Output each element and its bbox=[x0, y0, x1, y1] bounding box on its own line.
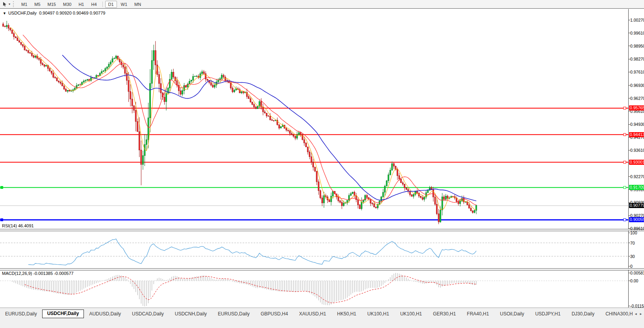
candle-body bbox=[105, 68, 106, 71]
candle-body bbox=[158, 74, 160, 83]
candle-body bbox=[44, 65, 45, 66]
chart-tabs: EURUSD,DailyUSDCHF,DailyAUDUSD,DailyUSDC… bbox=[0, 309, 633, 319]
timeframe-button-mn[interactable]: MN bbox=[131, 1, 144, 8]
candle-body bbox=[275, 120, 276, 120]
candle-body bbox=[278, 125, 280, 128]
level-line-handle[interactable] bbox=[0, 218, 3, 221]
candle-body bbox=[262, 107, 264, 112]
candle-body bbox=[194, 76, 195, 76]
candle-body bbox=[436, 204, 438, 214]
candle-body bbox=[135, 110, 136, 121]
timeframe-button-h1[interactable]: H1 bbox=[75, 1, 87, 8]
symbol-tab-uk100-h1[interactable]: UK100,H1 bbox=[395, 310, 427, 318]
tab-scroll-left-icon[interactable]: ◄ bbox=[634, 312, 637, 316]
candle-body bbox=[40, 59, 41, 63]
trading-app-window: ▾ M1M5M15M30H1H4D1W1MN ▼USDCHF,Daily 0.9… bbox=[0, 0, 644, 328]
candle-body bbox=[329, 200, 330, 202]
symbol-tab-china300-h1[interactable]: CHINA300,H1 bbox=[600, 310, 633, 318]
candle-body bbox=[164, 97, 165, 102]
symbol-tab-usoil-daily[interactable]: USOil,Daily bbox=[495, 310, 529, 318]
price-chart-pane[interactable] bbox=[0, 9, 644, 229]
level-line-handle[interactable] bbox=[624, 219, 626, 221]
candle-body bbox=[150, 83, 151, 118]
level-line-handle[interactable] bbox=[624, 107, 626, 109]
candle-body bbox=[413, 194, 414, 196]
price-tick-label: 0.94930 bbox=[630, 122, 644, 127]
candle-body bbox=[178, 85, 179, 91]
candle-body bbox=[225, 77, 226, 80]
tab-scroll-right-icon[interactable]: ► bbox=[639, 312, 642, 316]
candle-body bbox=[384, 186, 386, 192]
candle-body bbox=[313, 162, 314, 167]
symbol-tab-usdcad-daily[interactable]: USDCAD,Daily bbox=[127, 310, 169, 318]
candle-body bbox=[370, 199, 371, 203]
candle-body bbox=[214, 85, 215, 87]
symbol-tab-ger30-h1[interactable]: GER30,H1 bbox=[428, 310, 461, 318]
candle-body bbox=[10, 28, 11, 30]
timeframe-button-m5[interactable]: M5 bbox=[31, 1, 43, 8]
candle-body bbox=[115, 56, 117, 59]
candle-body bbox=[248, 97, 249, 99]
candle-body bbox=[69, 90, 70, 91]
symbol-tab-fra40-h1[interactable]: FRA40,H1 bbox=[462, 310, 494, 318]
candle-body bbox=[465, 202, 466, 202]
timeframe-button-m1[interactable]: M1 bbox=[18, 1, 30, 8]
candle-body bbox=[321, 198, 323, 203]
candle-body bbox=[203, 72, 204, 74]
symbol-tab-audusd-daily[interactable]: AUDUSD,Daily bbox=[84, 310, 126, 318]
cursor-dropdown-caret-icon[interactable]: ▾ bbox=[9, 2, 10, 6]
tab-scroll-arrows: ◄ ► bbox=[633, 309, 644, 319]
price-tick-label: 0.96930 bbox=[630, 83, 644, 88]
level-price-tag: 0.93001 bbox=[629, 160, 644, 165]
candle-body bbox=[470, 208, 471, 211]
symbol-tab-usdcnh-daily[interactable]: USDCNH,Daily bbox=[170, 310, 212, 318]
candle-body bbox=[46, 65, 47, 66]
candle-body bbox=[375, 207, 377, 208]
ma-mid-line bbox=[23, 35, 476, 205]
symbol-tab-hk50-h1[interactable]: HK50,H1 bbox=[332, 310, 362, 318]
symbol-tab-uk100-h1[interactable]: UK100,H1 bbox=[362, 310, 394, 318]
cursor-tool-icon[interactable] bbox=[1, 1, 8, 7]
symbol-tab-usdchf-daily[interactable]: USDCHF,Daily bbox=[42, 310, 84, 318]
candle-body bbox=[307, 147, 308, 152]
candle-body bbox=[130, 92, 131, 99]
candle-body bbox=[257, 106, 258, 109]
candle-body bbox=[453, 196, 454, 197]
timeframe-button-m30[interactable]: M30 bbox=[60, 1, 74, 8]
timeframe-button-h4[interactable]: H4 bbox=[88, 1, 100, 8]
candle-body bbox=[293, 135, 294, 136]
price-tick-label: 0.92270 bbox=[630, 174, 644, 179]
macd-indicator-pane[interactable] bbox=[0, 270, 644, 308]
symbol-tab-xauusd-h1[interactable]: XAUUSD,H1 bbox=[294, 310, 331, 318]
candle-body bbox=[144, 144, 145, 155]
timeframe-button-w1[interactable]: W1 bbox=[118, 1, 131, 8]
symbol-tab-dj30-daily[interactable]: DJ30,Daily bbox=[566, 310, 599, 318]
candle-body bbox=[82, 82, 83, 85]
toolbar-grip[interactable] bbox=[13, 1, 15, 7]
candle-body bbox=[411, 195, 412, 196]
chart-dropdown-icon[interactable]: ▼ bbox=[3, 11, 6, 15]
level-line-handle[interactable] bbox=[0, 186, 3, 189]
symbol-tab-gbpusd-h4[interactable]: GBPUSD,H4 bbox=[256, 310, 293, 318]
timeframe-button-m15[interactable]: M15 bbox=[45, 1, 59, 8]
symbol-tab-eurusd-daily[interactable]: EURUSD,Daily bbox=[0, 310, 42, 318]
symbol-tab-eurusd-daily[interactable]: EURUSD,Daily bbox=[213, 310, 255, 318]
level-line-handle[interactable] bbox=[624, 133, 626, 136]
candle-body bbox=[98, 76, 99, 76]
level-line-handle[interactable] bbox=[624, 186, 626, 189]
candle-body bbox=[180, 91, 181, 94]
price-tick-label: 0.99610 bbox=[630, 31, 644, 35]
timeframe-button-d1[interactable]: D1 bbox=[105, 1, 117, 8]
level-line-handle[interactable] bbox=[624, 161, 626, 163]
rsi-indicator-pane[interactable] bbox=[0, 230, 644, 268]
level-price-tag: 0.95765 bbox=[629, 105, 644, 111]
candle-body bbox=[219, 79, 221, 80]
candle-body bbox=[210, 83, 212, 85]
candle-body bbox=[80, 85, 81, 85]
candle-body bbox=[3, 24, 4, 26]
candle-body bbox=[382, 192, 384, 197]
symbol-tab-usdjpy-h1[interactable]: USDJPY,H1 bbox=[530, 310, 566, 318]
candle-body bbox=[119, 59, 120, 62]
macd-tick-label: 0.00 bbox=[630, 278, 638, 283]
candle-body bbox=[472, 211, 473, 212]
